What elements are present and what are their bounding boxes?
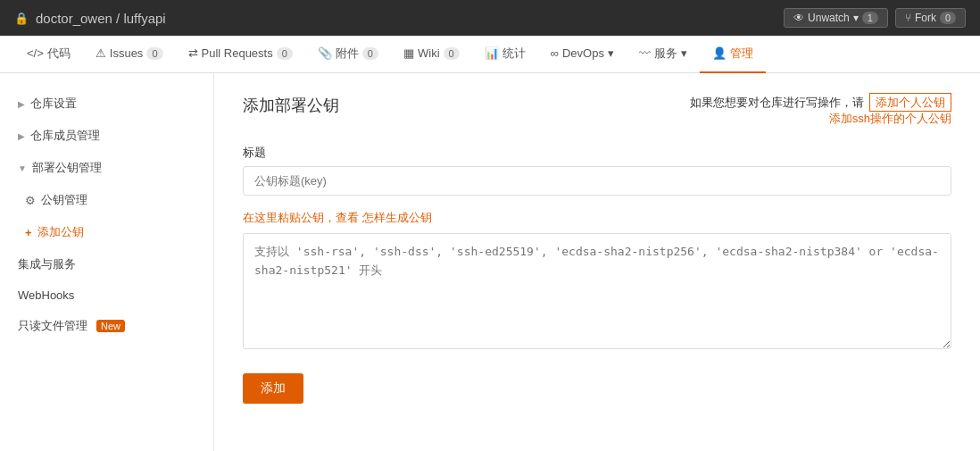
content-area: 添加部署公钥 如果您想要对仓库进行写操作，请 添加个人公钥 添加ssh操作的个人… [214, 73, 980, 451]
tab-devops[interactable]: ∞ DevOps ▾ [538, 36, 627, 73]
sidebar-item-member-manage-label: 仓库成员管理 [30, 128, 100, 144]
tab-wiki[interactable]: ▦ Wiki 0 [391, 36, 472, 73]
tab-issues[interactable]: ⚠ Issues 0 [83, 36, 176, 73]
tab-pull-requests[interactable]: ⇄ Pull Requests 0 [176, 36, 305, 73]
title-label: 标题 [243, 145, 951, 161]
pull-requests-icon: ⇄ [188, 46, 198, 60]
attachments-badge: 0 [362, 47, 378, 60]
tab-issues-label: Issues [110, 46, 144, 60]
tab-attachments[interactable]: 📎 附件 0 [305, 36, 391, 73]
fork-button[interactable]: ⑂ Fork 0 [895, 8, 966, 28]
fork-label: Fork [915, 12, 936, 24]
sidebar-item-readonly-files-label: 只读文件管理 [18, 318, 87, 334]
tab-services-label: 服务 [654, 46, 677, 62]
paste-section: 在这里粘贴公钥，查看 怎样生成公钥 [243, 210, 951, 352]
sidebar-item-deploy-keys[interactable]: ▼ 部署公钥管理 [0, 152, 213, 184]
tab-code-label: 代码 [47, 46, 71, 62]
devops-dropdown-icon: ▾ [608, 46, 614, 60]
top-header: 🔒 doctor_owen / luffyapi 👁 Unwatch ▾ 1 ⑂… [0, 0, 980, 36]
tab-pull-requests-label: Pull Requests [202, 46, 273, 60]
sidebar-item-integration-label: 集成与服务 [18, 256, 76, 272]
wiki-badge: 0 [444, 47, 460, 60]
sidebar-item-member-manage[interactable]: ▶ 仓库成员管理 [0, 120, 213, 152]
paste-link-text: 在这里粘贴公钥，查看 怎样生成公钥 [243, 210, 951, 226]
sidebar-item-key-manage-label: 公钥管理 [41, 192, 87, 208]
title-form-group: 标题 [243, 145, 951, 196]
submit-button[interactable]: 添加 [243, 373, 303, 404]
personal-key-link[interactable]: 添加个人公钥 [869, 93, 951, 112]
stats-icon: 📊 [485, 46, 499, 60]
manage-icon: 👤 [712, 46, 727, 60]
sidebar-item-webhooks[interactable]: WebHooks [0, 280, 213, 310]
tab-attachments-label: 附件 [336, 46, 359, 62]
unwatch-count: 1 [862, 12, 878, 24]
info-text-row: 如果您想要对仓库进行写操作，请 添加个人公钥 [690, 95, 951, 111]
sidebar-item-add-key[interactable]: + 添加公钥 [0, 216, 213, 248]
sidebar-item-deploy-keys-label: 部署公钥管理 [32, 160, 102, 176]
page-title: 添加部署公钥 [243, 95, 339, 116]
tab-services[interactable]: 〰 服务 ▾ [627, 36, 700, 73]
arrow-down-icon: ▼ [18, 163, 27, 173]
new-badge: New [96, 320, 125, 332]
sidebar-item-key-manage[interactable]: ⚙ 公钥管理 [0, 184, 213, 216]
fork-count: 0 [940, 12, 956, 24]
services-dropdown-icon: ▾ [681, 46, 687, 60]
code-icon: </> [27, 46, 44, 60]
repo-name: luffyapi [123, 11, 165, 26]
tab-wiki-label: Wiki [418, 46, 440, 60]
unwatch-label: Unwatch [808, 12, 850, 24]
sidebar-item-webhooks-label: WebHooks [18, 288, 74, 302]
dropdown-icon: ▾ [853, 12, 859, 24]
arrow-icon: ▶ [18, 99, 25, 109]
sidebar-item-integration[interactable]: 集成与服务 [0, 248, 213, 280]
tab-stats-label: 统计 [502, 46, 526, 62]
gear-icon: ⚙ [25, 194, 36, 207]
devops-icon: ∞ [551, 46, 559, 60]
generate-key-link[interactable]: 怎样生成公钥 [362, 211, 432, 224]
fork-icon: ⑂ [905, 12, 911, 24]
services-icon: 〰 [639, 46, 651, 60]
tab-manage[interactable]: 👤 管理 [700, 36, 766, 73]
sidebar-item-repo-settings-label: 仓库设置 [30, 96, 77, 112]
lock-icon: 🔒 [14, 12, 29, 25]
eye-icon: 👁 [793, 12, 804, 24]
sidebar: ▶ 仓库设置 ▶ 仓库成员管理 ▼ 部署公钥管理 ⚙ 公钥管理 + 添加公钥 集… [0, 73, 214, 451]
nav-tabs: </> 代码 ⚠ Issues 0 ⇄ Pull Requests 0 📎 附件… [0, 36, 980, 73]
unwatch-button[interactable]: 👁 Unwatch ▾ 1 [784, 8, 888, 28]
issues-icon: ⚠ [96, 46, 106, 60]
info-text: 如果您想要对仓库进行写操作，请 [690, 96, 864, 109]
tab-code[interactable]: </> 代码 [14, 36, 83, 73]
header-actions: 👁 Unwatch ▾ 1 ⑂ Fork 0 [784, 8, 966, 28]
public-key-textarea[interactable] [243, 233, 951, 349]
issues-badge: 0 [146, 47, 162, 60]
tab-devops-label: DevOps [562, 46, 604, 60]
info-section: 如果您想要对仓库进行写操作，请 添加个人公钥 添加ssh操作的个人公钥 [690, 95, 951, 127]
tab-stats[interactable]: 📊 统计 [472, 36, 538, 73]
plus-icon: + [25, 226, 32, 239]
repo-owner: doctor_owen [36, 11, 112, 26]
sidebar-item-readonly-files[interactable]: 只读文件管理 New [0, 310, 213, 342]
attachments-icon: 📎 [318, 46, 332, 60]
sidebar-item-repo-settings[interactable]: ▶ 仓库设置 [0, 88, 213, 120]
repo-full-name: doctor_owen / luffyapi [36, 11, 166, 26]
sidebar-item-add-key-label: 添加公钥 [37, 224, 84, 240]
content-header: 添加部署公钥 如果您想要对仓库进行写操作，请 添加个人公钥 添加ssh操作的个人… [243, 95, 951, 127]
title-input[interactable] [243, 166, 951, 196]
tab-manage-label: 管理 [730, 46, 753, 62]
hint-text: 添加ssh操作的个人公钥 [690, 111, 951, 127]
arrow-icon: ▶ [18, 131, 25, 141]
pull-requests-badge: 0 [277, 47, 293, 60]
main-layout: ▶ 仓库设置 ▶ 仓库成员管理 ▼ 部署公钥管理 ⚙ 公钥管理 + 添加公钥 集… [0, 73, 980, 451]
wiki-icon: ▦ [403, 46, 414, 60]
